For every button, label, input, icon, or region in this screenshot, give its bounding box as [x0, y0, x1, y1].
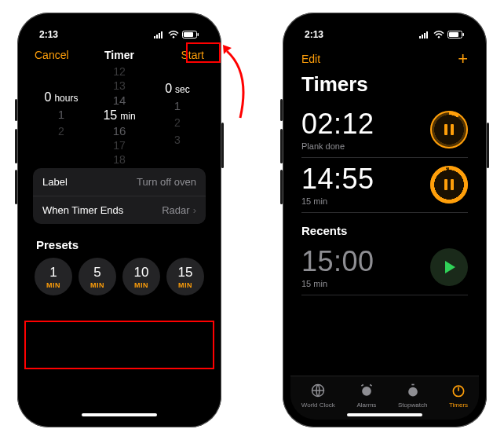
volume-up-button: [15, 129, 17, 163]
globe-icon: [310, 383, 326, 400]
wifi-icon: [168, 31, 179, 38]
picker-seconds[interactable]: 0sec 1 2 3: [151, 72, 204, 159]
recent-label: 15 min: [301, 279, 374, 288]
chevron-right-icon: ›: [193, 204, 196, 216]
notch: [80, 20, 159, 38]
label-key: Label: [42, 176, 68, 188]
tab-timers[interactable]: Timers: [449, 383, 468, 409]
time-picker[interactable]: 0hours 1 2 12 13 14 15min 16 17 18 0sec …: [33, 72, 206, 159]
volume-up-button: [280, 129, 283, 163]
timer-icon: [451, 383, 466, 400]
tab-stopwatch[interactable]: Stopwatch: [398, 383, 427, 409]
label-value: Turn off oven: [137, 176, 196, 188]
svg-rect-19: [411, 384, 414, 386]
svg-rect-9: [422, 35, 423, 38]
svg-rect-3: [161, 31, 163, 38]
svg-rect-11: [426, 31, 428, 38]
timer-time: 14:55: [301, 163, 374, 196]
power-button: [221, 123, 224, 168]
volume-down-button: [280, 170, 283, 204]
picker-minutes[interactable]: 12 13 14 15min 16 17 18: [93, 72, 146, 159]
status-time: 2:13: [39, 29, 58, 40]
battery-icon: [182, 31, 199, 38]
svg-point-17: [362, 387, 371, 396]
start-button[interactable]: Start: [162, 49, 204, 61]
running-timer-1: 02:12 Plank done: [290, 103, 479, 157]
power-button: [487, 123, 489, 168]
preset-1min[interactable]: 1 MIN: [35, 258, 72, 295]
navbar: Cancel Timer Start: [25, 44, 214, 68]
navbar: Edit +: [290, 44, 479, 71]
svg-rect-6: [184, 32, 193, 37]
timer-label: Plank done: [301, 141, 374, 151]
alarm-icon: [359, 383, 374, 400]
svg-point-12: [438, 36, 440, 38]
home-indicator[interactable]: [82, 413, 157, 416]
preset-5min[interactable]: 5 MIN: [79, 258, 116, 295]
pause-button[interactable]: [430, 166, 468, 204]
svg-rect-0: [154, 36, 155, 38]
add-button[interactable]: +: [458, 49, 468, 69]
progress-ring-icon: [430, 111, 468, 148]
status-icons: [154, 31, 199, 38]
tab-alarms[interactable]: Alarms: [356, 383, 376, 409]
battery-icon: [447, 31, 465, 38]
svg-rect-7: [198, 33, 199, 36]
screen-timers-list: 2:13 Edit + Timers 02:12 Plank done: [290, 20, 479, 420]
play-icon: [445, 261, 455, 273]
screen-timer-create: 2:13 Cancel Timer Start 0hours: [25, 20, 214, 420]
volume-down-button: [15, 170, 17, 204]
svg-point-18: [408, 387, 418, 397]
page-title: Timers: [290, 71, 479, 103]
picker-hours[interactable]: 0hours 1 2: [35, 72, 88, 159]
pause-button[interactable]: [430, 111, 468, 148]
presets-row: 1 MIN 5 MIN 10 MIN 15 MIN: [25, 258, 214, 302]
svg-rect-8: [419, 36, 421, 38]
timer-label: 15 min: [301, 196, 374, 206]
wifi-icon: [433, 31, 444, 38]
when-ends-row[interactable]: When Timer Ends Radar ›: [33, 196, 206, 224]
recent-time: 15:00: [301, 245, 374, 278]
preset-10min[interactable]: 10 MIN: [122, 258, 160, 295]
label-row[interactable]: Label Turn off oven: [33, 168, 206, 196]
when-ends-key: When Timer Ends: [42, 204, 123, 216]
svg-point-4: [173, 36, 174, 38]
recents-title: Recents: [301, 224, 468, 237]
play-button[interactable]: [430, 248, 468, 286]
timer-time: 02:12: [301, 108, 374, 141]
svg-rect-14: [449, 32, 458, 37]
when-ends-value: Radar: [162, 204, 189, 216]
running-timer-2: 14:55 15 min: [290, 158, 479, 212]
cancel-button[interactable]: Cancel: [35, 49, 77, 61]
recent-timer-1: 15:00 15 min: [290, 240, 479, 295]
divider: [301, 212, 468, 213]
status-time: 2:13: [305, 29, 323, 40]
stopwatch-icon: [405, 383, 421, 400]
svg-rect-15: [463, 33, 465, 36]
tab-world-clock[interactable]: World Clock: [301, 383, 335, 409]
nav-title: Timer: [104, 49, 134, 61]
preset-15min[interactable]: 15 MIN: [166, 258, 204, 295]
mute-switch: [280, 99, 283, 121]
annotation-arrow: [221, 43, 249, 122]
phone-right: 2:13 Edit + Timers 02:12 Plank done: [283, 13, 487, 427]
timer-settings: Label Turn off oven When Timer Ends Rada…: [33, 168, 206, 224]
divider: [301, 295, 468, 295]
svg-rect-10: [424, 33, 425, 38]
home-indicator[interactable]: [347, 413, 422, 416]
svg-rect-1: [156, 35, 158, 38]
svg-rect-2: [159, 33, 160, 38]
status-icons: [419, 31, 465, 38]
edit-button[interactable]: Edit: [301, 53, 320, 65]
notch: [345, 20, 424, 38]
phone-left: 2:13 Cancel Timer Start 0hours: [17, 13, 221, 427]
presets-title: Presets: [36, 238, 203, 251]
mute-switch: [15, 99, 17, 121]
progress-ring-icon: [430, 166, 468, 204]
